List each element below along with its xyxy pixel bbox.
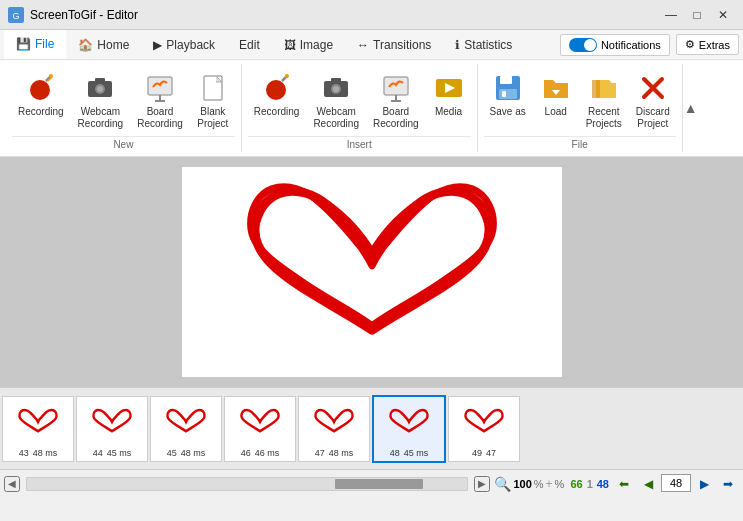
board-recording-button[interactable]: BoardRecording — [131, 68, 189, 134]
zoom-percent-sign: % — [555, 478, 565, 490]
frame-thumb-45 — [153, 399, 219, 447]
recent-projects-button[interactable]: RecentProjects — [580, 68, 628, 134]
filmstrip-scrollbar[interactable] — [26, 477, 468, 491]
svg-point-16 — [285, 74, 289, 78]
frame-time-45: 48 ms — [181, 448, 206, 458]
bomb-icon — [25, 72, 57, 104]
title-bar: G ScreenToGif - Editor — □ ✕ — [0, 0, 743, 30]
film-frame-44[interactable]: 44 45 ms — [76, 396, 148, 462]
status-bar: ◀ ▶ 🔍 100 % + % 66 1 48 ⬅ ◀ ▶ ➡ — [0, 469, 743, 497]
scroll-left-button[interactable]: ◀ — [4, 476, 20, 492]
tab-transitions[interactable]: ↔ Transitions — [345, 30, 443, 59]
frame-info-49: 49 47 — [472, 447, 496, 459]
frame-num-45: 45 — [167, 448, 177, 458]
insert-group-label: Insert — [248, 136, 471, 152]
menu-bar: 💾 File 🏠 Home ▶ Playback Edit 🖼 Image ↔ … — [0, 30, 743, 60]
frame-info-45: 45 48 ms — [167, 447, 206, 459]
board-icon — [144, 72, 176, 104]
webcam-recording-button[interactable]: WebcamRecording — [72, 68, 130, 134]
svg-point-19 — [333, 86, 339, 92]
tab-playback[interactable]: ▶ Playback — [141, 30, 227, 59]
load-button[interactable]: Load — [534, 68, 578, 122]
film-frame-49[interactable]: 49 47 — [448, 396, 520, 462]
load-icon — [540, 72, 572, 104]
frame-num-44: 44 — [93, 448, 103, 458]
media-label: Media — [435, 106, 462, 118]
discard-icon — [637, 72, 669, 104]
frame-thumb-47 — [301, 399, 367, 447]
canvas — [182, 167, 562, 377]
toggle-switch[interactable] — [569, 38, 597, 52]
svg-point-2 — [30, 80, 50, 100]
svg-point-14 — [266, 80, 286, 100]
camera-icon — [84, 72, 116, 104]
svg-rect-28 — [499, 89, 517, 99]
film-frame-43[interactable]: 43 48 ms — [2, 396, 74, 462]
insert-recording-button[interactable]: Recording — [248, 68, 306, 122]
nav-next-small-button[interactable]: ▶ — [693, 474, 715, 494]
film-frame-45[interactable]: 45 48 ms — [150, 396, 222, 462]
film-frame-48[interactable]: 48 45 ms — [372, 395, 446, 463]
window-controls: — □ ✕ — [659, 5, 735, 25]
insert-media-button[interactable]: Media — [427, 68, 471, 122]
tab-file[interactable]: 💾 File — [4, 30, 66, 59]
tab-edit[interactable]: Edit — [227, 30, 272, 59]
frame-info-43: 43 48 ms — [19, 447, 58, 459]
svg-rect-20 — [331, 78, 341, 83]
frame-thumb-43 — [5, 399, 71, 447]
discard-project-button[interactable]: DiscardProject — [630, 68, 676, 134]
recording-button[interactable]: Recording — [12, 68, 70, 122]
filmstrip-scroll[interactable]: 43 48 ms 44 45 ms 45 — [0, 388, 743, 469]
zoom-area: 🔍 100 % + % 66 1 48 — [494, 476, 609, 492]
file-icon: 💾 — [16, 37, 31, 51]
saveas-icon — [492, 72, 524, 104]
frame-time-44: 45 ms — [107, 448, 132, 458]
insert-webcam-button[interactable]: WebcamRecording — [307, 68, 365, 134]
tab-home[interactable]: 🏠 Home — [66, 30, 141, 59]
recording-label: Recording — [18, 106, 64, 118]
app-icon: G — [8, 7, 24, 23]
frame-time-47: 48 ms — [329, 448, 354, 458]
playback-icon: ▶ — [153, 38, 162, 52]
load-label: Load — [545, 106, 567, 118]
ribbon-items-insert: Recording WebcamRecording — [248, 64, 471, 134]
minimize-button[interactable]: — — [659, 5, 683, 25]
recent-projects-label: RecentProjects — [586, 106, 622, 130]
notifications-toggle[interactable]: Notifications — [560, 34, 670, 56]
tab-statistics[interactable]: ℹ Statistics — [443, 30, 524, 59]
film-frame-47[interactable]: 47 48 ms — [298, 396, 370, 462]
maximize-button[interactable]: □ — [685, 5, 709, 25]
insert-board-label: BoardRecording — [373, 106, 419, 130]
discard-project-label: DiscardProject — [636, 106, 670, 130]
file-group-label: File — [484, 136, 676, 152]
board-recording-label: BoardRecording — [137, 106, 183, 130]
zoom-icon: 🔍 — [494, 476, 511, 492]
zoom-separator: + — [546, 477, 553, 491]
ribbon-collapse-button[interactable]: ▲ — [683, 64, 699, 152]
extras-button[interactable]: ⚙ Extras — [676, 34, 739, 55]
frame-number-input[interactable] — [661, 474, 691, 492]
blank-project-button[interactable]: BlankProject — [191, 68, 235, 134]
save-as-label: Save as — [490, 106, 526, 118]
scroll-right-button[interactable]: ▶ — [474, 476, 490, 492]
close-button[interactable]: ✕ — [711, 5, 735, 25]
tab-image[interactable]: 🖼 Image — [272, 30, 345, 59]
svg-point-8 — [97, 86, 103, 92]
insert-recording-label: Recording — [254, 106, 300, 118]
insert-camera-icon — [320, 72, 352, 104]
svg-rect-29 — [502, 91, 506, 97]
frame-num-47: 47 — [315, 448, 325, 458]
insert-bomb-icon — [261, 72, 293, 104]
nav-prev-small-button[interactable]: ◀ — [637, 474, 659, 494]
insert-board-button[interactable]: BoardRecording — [367, 68, 425, 134]
nav-next-button[interactable]: ➡ — [717, 474, 739, 494]
film-frame-46[interactable]: 46 46 ms — [224, 396, 296, 462]
coord-x: 66 — [570, 478, 582, 490]
zoom-value: 100 — [513, 478, 531, 490]
save-as-button[interactable]: Save as — [484, 68, 532, 122]
nav-arrows: ⬅ ◀ ▶ ➡ — [613, 474, 739, 494]
ribbon-group-insert: Recording WebcamRecording — [242, 64, 478, 152]
nav-prev-button[interactable]: ⬅ — [613, 474, 635, 494]
frame-num-49: 49 — [472, 448, 482, 458]
frame-thumb-46 — [227, 399, 293, 447]
